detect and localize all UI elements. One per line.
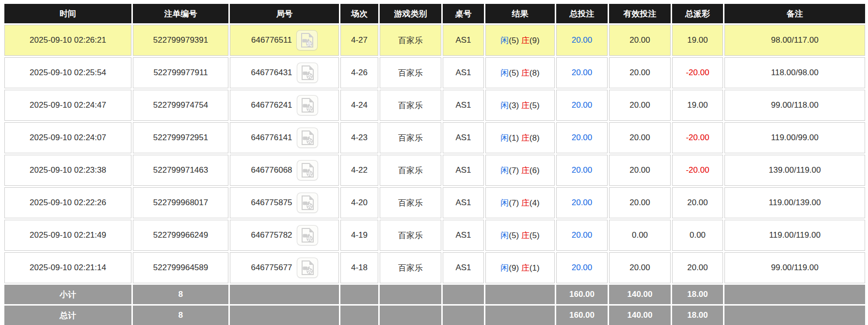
bet-id-cell: 522799968017 xyxy=(133,187,228,218)
banker-points: (9) xyxy=(530,36,540,45)
total-bet-cell[interactable]: 20.00 xyxy=(556,122,608,153)
player-result-label: 闲 xyxy=(500,263,509,273)
player-result-label: 闲 xyxy=(500,133,509,143)
payout-cell: -20.00 xyxy=(672,57,723,88)
video-replay-button[interactable] xyxy=(297,128,318,148)
valid-bet-cell: 20.00 xyxy=(609,187,671,218)
video-replay-button[interactable] xyxy=(297,95,318,115)
total-bet-cell[interactable]: 20.00 xyxy=(556,187,608,218)
round-id-value: 646776511 xyxy=(251,35,292,45)
round-id-value: 646775677 xyxy=(251,263,292,273)
total-bet-cell[interactable]: 20.00 xyxy=(556,57,608,88)
column-header-remark: 备注 xyxy=(724,4,865,23)
table-row: 2025-09-10 02:24:47 522799974754 6467762… xyxy=(4,90,865,121)
player-result-label: 闲 xyxy=(500,198,509,208)
session-cell: 4-19 xyxy=(340,220,378,251)
time-cell: 2025-09-10 02:23:38 xyxy=(4,155,131,186)
banker-points: (5) xyxy=(530,101,540,110)
time-cell: 2025-09-10 02:26:21 xyxy=(4,25,131,56)
video-replay-button[interactable] xyxy=(297,63,318,83)
valid-bet-cell: 20.00 xyxy=(609,122,671,153)
player-points: (9) xyxy=(509,263,519,273)
total-bet-cell[interactable]: 20.00 xyxy=(556,90,608,121)
total-bet-cell[interactable]: 20.00 xyxy=(556,220,608,251)
time-cell: 2025-09-10 02:21:14 xyxy=(4,252,131,283)
video-replay-icon xyxy=(300,195,315,211)
result-cell: 闲(1) 庄(8) xyxy=(485,122,555,153)
round-id-cell: 646776068 xyxy=(230,155,339,186)
banker-result-label: 庄 xyxy=(521,68,530,78)
video-replay-button[interactable] xyxy=(297,258,318,278)
bet-id-cell: 522799977911 xyxy=(133,57,228,88)
subtotal-row: 小计 8 160.00 140.00 18.00 xyxy=(4,285,865,304)
remark-cell: 98.00/117.00 xyxy=(724,25,865,56)
grand-total-total-bet: 160.00 xyxy=(556,306,608,325)
payout-cell: 20.00 xyxy=(672,187,723,218)
video-replay-icon xyxy=(300,260,315,276)
video-replay-icon xyxy=(300,32,314,48)
result-cell: 闲(5) 庄(5) xyxy=(485,220,555,251)
game-type-cell: 百家乐 xyxy=(380,252,441,283)
table-header: 时间 注单编号 局号 场次 游戏类别 桌号 结果 总投注 有效投注 总派彩 备注 xyxy=(4,4,865,23)
total-bet-cell[interactable]: 20.00 xyxy=(556,25,608,56)
round-id-cell: 646776141 xyxy=(230,122,339,153)
table-row: 2025-09-10 02:22:26 522799968017 6467758… xyxy=(4,187,865,218)
table-no-cell: AS1 xyxy=(443,155,484,186)
subtotal-total-bet: 160.00 xyxy=(556,285,608,304)
column-header-total-bet: 总投注 xyxy=(556,4,608,23)
round-id-cell: 646776431 xyxy=(230,57,339,88)
session-cell: 4-26 xyxy=(340,57,378,88)
round-id-value: 646776068 xyxy=(251,165,292,175)
grand-total-valid-bet: 140.00 xyxy=(609,306,671,325)
remark-cell: 119.00/119.00 xyxy=(724,220,865,251)
game-type-cell: 百家乐 xyxy=(380,220,441,251)
round-id-value: 646775782 xyxy=(251,230,292,240)
valid-bet-cell: 20.00 xyxy=(609,155,671,186)
result-cell: 闲(7) 庄(6) xyxy=(485,155,555,186)
video-replay-button[interactable] xyxy=(297,160,318,180)
column-header-game-type: 游戏类别 xyxy=(380,4,441,23)
player-points: (3) xyxy=(509,101,519,110)
game-type-cell: 百家乐 xyxy=(380,187,441,218)
game-type-cell: 百家乐 xyxy=(380,90,441,121)
payout-cell: 0.00 xyxy=(672,220,723,251)
session-cell: 4-27 xyxy=(340,25,378,56)
column-header-time: 时间 xyxy=(4,4,131,23)
payout-cell: 20.00 xyxy=(672,252,723,283)
valid-bet-cell: 0.00 xyxy=(609,220,671,251)
game-type-cell: 百家乐 xyxy=(380,122,441,153)
subtotal-valid-bet: 140.00 xyxy=(609,285,671,304)
session-cell: 4-23 xyxy=(340,122,378,153)
total-bet-cell[interactable]: 20.00 xyxy=(556,155,608,186)
payout-cell: -20.00 xyxy=(672,155,723,186)
result-cell: 闲(7) 庄(4) xyxy=(485,187,555,218)
video-replay-icon xyxy=(300,98,315,113)
bet-id-cell: 522799971463 xyxy=(133,155,228,186)
video-replay-button[interactable] xyxy=(297,225,318,245)
player-result-label: 闲 xyxy=(500,68,509,78)
game-type-cell: 百家乐 xyxy=(380,25,441,56)
table-row: 2025-09-10 02:23:38 522799971463 6467760… xyxy=(4,155,865,186)
valid-bet-cell: 20.00 xyxy=(609,25,671,56)
player-points: (7) xyxy=(509,198,519,208)
player-points: (5) xyxy=(509,231,519,240)
column-header-bet-id: 注单编号 xyxy=(133,4,228,23)
remark-cell: 119.00/139.00 xyxy=(724,187,865,218)
bet-id-cell: 522799979391 xyxy=(133,25,228,56)
payout-cell: 19.00 xyxy=(672,90,723,121)
video-replay-button[interactable] xyxy=(297,193,318,213)
time-cell: 2025-09-10 02:25:54 xyxy=(4,57,131,88)
video-replay-button[interactable] xyxy=(296,30,318,50)
grand-total-payout: 18.00 xyxy=(672,306,723,325)
video-replay-icon xyxy=(300,130,315,146)
banker-result-label: 庄 xyxy=(521,263,530,273)
player-points: (7) xyxy=(509,166,519,175)
total-bet-cell[interactable]: 20.00 xyxy=(556,252,608,283)
banker-points: (8) xyxy=(530,68,540,78)
player-result-label: 闲 xyxy=(500,166,509,175)
subtotal-payout: 18.00 xyxy=(672,285,723,304)
banker-points: (4) xyxy=(530,198,540,208)
player-result-label: 闲 xyxy=(500,231,509,240)
bet-id-cell: 522799972951 xyxy=(133,122,228,153)
table-no-cell: AS1 xyxy=(443,57,484,88)
